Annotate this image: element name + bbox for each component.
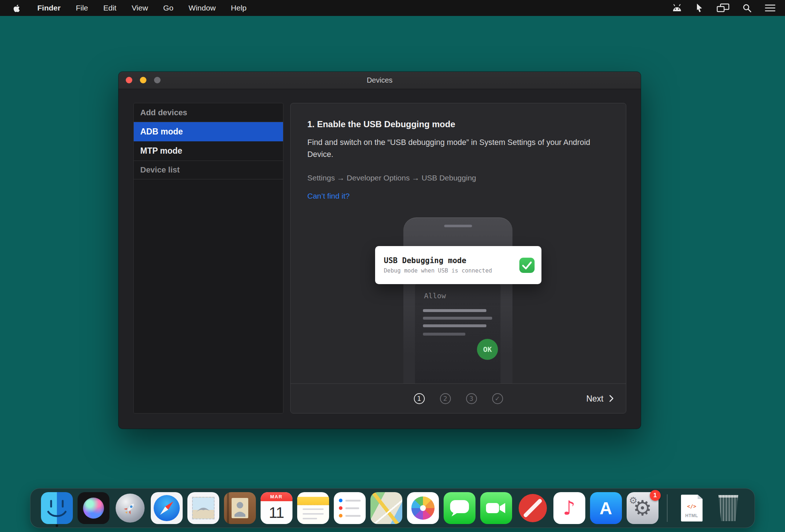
window-titlebar[interactable]: Devices	[119, 72, 641, 89]
next-button[interactable]: Next	[586, 394, 616, 403]
menu-bar-status-area	[672, 3, 776, 13]
calendar-month: MAR	[261, 492, 292, 501]
display-mirroring-icon[interactable]	[717, 3, 730, 13]
dock-trash[interactable]	[713, 492, 744, 524]
dock-siri[interactable]	[78, 492, 109, 524]
apple-menu[interactable]	[9, 4, 24, 12]
notes-line	[303, 508, 324, 510]
usb-debug-popup: USB Debugging mode Debug mode when USB i…	[375, 246, 541, 284]
popup-subtitle: Debug mode when USB is connected	[384, 267, 492, 274]
popup-title: USB Debugging mode	[384, 256, 492, 265]
step-indicator-1: 1	[414, 393, 425, 404]
menu-bar: Finder File Edit View Go Window Help	[0, 0, 785, 16]
sidebar-item-adb-mode[interactable]: ADB mode	[134, 122, 283, 141]
reminder-dot	[339, 514, 342, 518]
dock-mail[interactable]	[187, 492, 219, 524]
reminder-dot	[339, 506, 342, 510]
dock-finder[interactable]	[41, 492, 73, 524]
dock-notes[interactable]	[297, 492, 329, 524]
sidebar-item-device-list[interactable]: Device list	[134, 161, 283, 179]
window-title: Devices	[119, 72, 641, 89]
wizard-footer: 1 2 3 ✓ Next	[291, 383, 626, 413]
popup-text: USB Debugging mode Debug mode when USB i…	[384, 256, 492, 274]
chevron-right-icon	[607, 394, 616, 403]
dock-music[interactable]: ♪	[553, 492, 585, 524]
trash-rim	[717, 495, 740, 498]
reminder-line	[345, 507, 359, 509]
reminders-row	[339, 514, 361, 518]
dock-photos[interactable]	[407, 492, 439, 524]
notification-center-icon[interactable]	[765, 4, 776, 12]
reminders-row	[339, 499, 361, 502]
launchpad-icon	[116, 494, 145, 523]
step-number: 1	[417, 395, 421, 402]
mail-stamp	[192, 497, 215, 519]
step-description: Find and switch on the “USB debugging mo…	[307, 137, 597, 161]
facetime-icon	[480, 492, 512, 524]
sidebar-item-mtp-mode[interactable]: MTP mode	[134, 141, 283, 161]
menu-item-edit[interactable]: Edit	[96, 4, 124, 12]
phone-dialog-sheet: Allow OK	[415, 283, 501, 383]
step-number: 2	[443, 395, 447, 402]
spotlight-search-icon[interactable]	[743, 4, 752, 13]
dock-prohibited[interactable]	[517, 492, 549, 524]
contacts-page	[232, 498, 248, 518]
dock-messages[interactable]	[444, 492, 475, 524]
dock-safari[interactable]	[151, 492, 183, 524]
photos-icon	[407, 492, 439, 524]
notes-icon	[297, 492, 329, 524]
dock-reminders[interactable]	[334, 492, 366, 524]
dock-app-store[interactable]: A	[590, 492, 622, 524]
calendar-day: 11	[261, 501, 292, 524]
notification-badge: 1	[650, 490, 661, 501]
main-panel: 1. Enable the USB Debugging mode Find an…	[290, 103, 626, 413]
skeleton-line	[423, 333, 465, 336]
messages-icon	[444, 492, 475, 524]
notes-line	[303, 513, 324, 515]
step-indicator-done: ✓	[492, 393, 503, 404]
safari-compass	[154, 495, 180, 521]
menu-item-view[interactable]: View	[124, 4, 155, 12]
cursor-icon[interactable]	[695, 3, 703, 13]
menu-item-go[interactable]: Go	[155, 4, 181, 12]
menu-item-window[interactable]: Window	[181, 4, 223, 12]
dock-facetime[interactable]	[480, 492, 512, 524]
dock-maps[interactable]	[370, 492, 402, 524]
music-icon: ♪	[553, 492, 585, 524]
dock-contacts[interactable]	[224, 492, 256, 524]
desktop: Finder File Edit View Go Window Help	[0, 0, 785, 532]
calendar-icon: MAR 11	[261, 492, 292, 524]
running-indicator	[55, 524, 58, 527]
music-note-glyph: ♪	[563, 498, 575, 518]
reminders-row	[339, 506, 361, 510]
step-number: 3	[469, 395, 473, 402]
photos-pinwheel	[411, 496, 435, 520]
siri-orb	[83, 498, 104, 519]
dock-calendar[interactable]: MAR 11	[261, 492, 292, 524]
android-icon[interactable]	[672, 4, 682, 12]
allow-label: Allow	[424, 291, 446, 300]
dock-launchpad[interactable]	[114, 492, 146, 524]
prohibited-icon	[519, 494, 547, 522]
dock-html-file[interactable]: </> HTML	[676, 492, 708, 524]
html-file-icon: </> HTML	[681, 495, 703, 521]
menu-item-help[interactable]: Help	[223, 4, 254, 12]
cant-find-link[interactable]: Can’t find it?	[307, 192, 350, 200]
dock-system-preferences[interactable]: ⚙ ⚙ 1	[627, 492, 659, 524]
app-store-icon: A	[590, 492, 622, 524]
safari-icon	[151, 492, 183, 524]
code-glyph: </>	[687, 503, 696, 509]
trash-icon	[717, 495, 740, 521]
menu-item-file[interactable]: File	[68, 4, 96, 12]
app-store-letter: A	[599, 498, 612, 518]
prohibited-slash	[523, 498, 542, 518]
sidebar-header: Add devices	[134, 103, 283, 122]
reminder-dot	[339, 499, 342, 502]
content-area: 1. Enable the USB Debugging mode Find an…	[291, 103, 626, 383]
menu-app-name[interactable]: Finder	[30, 4, 68, 12]
contacts-icon	[224, 492, 256, 524]
step-indicator-2: 2	[440, 393, 451, 404]
skeleton-line	[423, 317, 492, 320]
html-file-label: HTML	[685, 513, 698, 518]
maps-icon	[370, 492, 402, 524]
